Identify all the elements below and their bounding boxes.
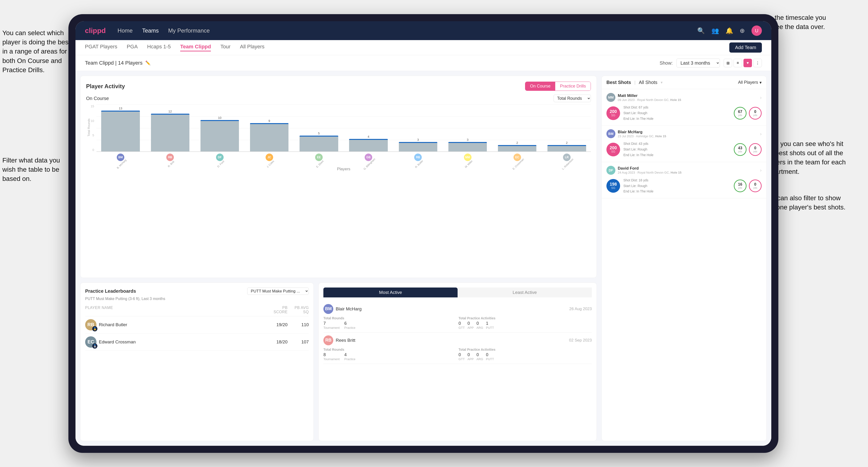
tab-all-players[interactable]: All Players xyxy=(240,44,265,52)
bar-top-line xyxy=(101,111,140,112)
bar xyxy=(448,142,487,151)
settings-view-button[interactable]: ⋮ xyxy=(753,59,762,67)
bar-group: 9 xyxy=(245,104,293,151)
user-avatar[interactable]: U xyxy=(751,26,762,36)
best-shots-tabs: Best Shots | All Shots ▾ xyxy=(607,80,662,85)
bar-chart-container: 13 12 10 9 5 4 3 3 xyxy=(96,104,591,172)
shot-avatar: BM xyxy=(607,129,615,138)
shot-card: BM Blair McHarg 23 Jul 2023 · Ashridge G… xyxy=(602,125,766,162)
bar-value: 3 xyxy=(417,138,419,142)
team-name-text: Team Clippd | 14 Players xyxy=(85,60,143,66)
bar xyxy=(349,139,388,151)
metric-unit: yds xyxy=(753,150,757,153)
best-shots-tab[interactable]: Best Shots xyxy=(607,80,631,85)
practice-table-header: PLAYER NAME PB SCORE PB AVG SQ xyxy=(85,304,309,316)
player-name: Richard Butler xyxy=(99,322,266,328)
least-active-tab[interactable]: Least Active xyxy=(458,287,592,298)
list-view-button[interactable]: ≡ xyxy=(734,59,742,67)
navbar-icons: 🔍 👥 🔔 ⊕ U xyxy=(697,26,762,36)
shot-chevron-icon[interactable]: › xyxy=(760,131,762,136)
most-active-panel: Most Active Least Active BM Blair McHarg… xyxy=(318,283,597,441)
putt-stat: 0 PUTT xyxy=(486,352,494,361)
edit-icon[interactable]: ✏️ xyxy=(145,60,151,66)
bars-row: 13 12 10 9 5 4 3 3 xyxy=(96,104,591,152)
arg-val: 0 xyxy=(476,352,483,357)
shot-metrics: 43 yds 0 yds xyxy=(734,143,762,156)
bar-top-line xyxy=(498,145,536,146)
annotation-filter: Filter what data you wish the table to b… xyxy=(2,156,66,184)
nav-teams[interactable]: Teams xyxy=(142,27,159,34)
arg-val: 0 xyxy=(476,321,483,326)
bottom-left-panels: Practice Leaderboards PUTT Must Make Put… xyxy=(80,283,597,441)
avatar-small: BM B. McHarg xyxy=(96,154,145,166)
gtt-val: 0 xyxy=(459,321,465,326)
shot-chevron-icon[interactable]: › xyxy=(760,95,762,100)
metric-circle-pink: 0 yds xyxy=(749,143,762,156)
bar xyxy=(548,145,586,151)
player-name: Edward Crossman xyxy=(99,339,266,345)
on-course-toggle[interactable]: On Course xyxy=(525,82,555,91)
chart-section-label: On Course xyxy=(86,96,109,101)
heart-view-button[interactable]: ♥ xyxy=(743,59,752,67)
timescale-select[interactable]: Last 3 months xyxy=(677,59,720,67)
grid-view-button[interactable]: ⊞ xyxy=(724,59,732,67)
y-label-5: 5 xyxy=(92,133,94,137)
bar-value: 2 xyxy=(516,141,518,145)
chart-filter-select[interactable]: Total Rounds xyxy=(554,95,591,102)
bell-icon[interactable]: 🔔 xyxy=(725,27,733,34)
most-active-tab[interactable]: Most Active xyxy=(323,287,458,298)
practice-row: RB 🥇 Richard Butler 19/20 110 xyxy=(85,316,309,334)
putt-label: PUTT xyxy=(486,326,494,330)
practice-player-avatar: EC 🥈 xyxy=(85,336,96,348)
team-header: Team Clippd | 14 Players ✏️ Show: Last 3… xyxy=(75,55,771,71)
shot-player-header: BM Blair McHarg 23 Jul 2023 · Ashridge G… xyxy=(607,129,762,138)
metric-circle-pink: 0 yds xyxy=(749,107,762,120)
course-toggle: On Course Practice Drills xyxy=(525,82,591,91)
active-avatar: RB xyxy=(323,335,333,345)
practice-filter-select[interactable]: PUTT Must Make Putting ... xyxy=(247,287,309,295)
shot-player-name: Matt Miller xyxy=(618,93,757,98)
pb-avg: 107 xyxy=(290,339,309,345)
putt-val: 0 xyxy=(486,352,494,357)
active-stats: Total Rounds 7 Tournament 6 xyxy=(323,316,592,330)
nav-my-performance[interactable]: My Performance xyxy=(168,27,210,34)
practice-activities-section: Total Practice Activities 0 GTT 0 xyxy=(459,316,592,330)
dropdown-arrow: ▾ xyxy=(661,80,662,85)
subnav: PGAT Players PGA Hcaps 1-5 Team Clippd T… xyxy=(75,40,771,55)
tab-pga[interactable]: PGA xyxy=(127,44,137,52)
bar-group: 5 xyxy=(295,104,343,151)
total-rounds-section: Total Rounds 8 Tournament 4 xyxy=(323,348,457,361)
tab-hcaps[interactable]: Hcaps 1-5 xyxy=(147,44,171,52)
putt-stat: 1 PUTT xyxy=(486,321,494,330)
avatar-small: DF D. Ford xyxy=(195,154,244,166)
shot-chevron-icon[interactable]: › xyxy=(760,167,762,173)
tablet-frame: clippd Home Teams My Performance 🔍 👥 🔔 ⊕… xyxy=(68,14,778,453)
rank-badge: 🥇 xyxy=(92,326,97,331)
all-players-filter[interactable]: All Players ▾ xyxy=(738,80,762,85)
avatar-small: EE E. Ebert xyxy=(295,154,343,166)
arg-stat: 0 ARG xyxy=(476,321,483,330)
bar-top-line xyxy=(151,114,189,115)
shot-badge: 200 SG xyxy=(607,106,620,120)
search-icon[interactable]: 🔍 xyxy=(697,27,705,34)
gtt-val: 0 xyxy=(459,352,465,357)
bar-value: 13 xyxy=(119,106,122,110)
tab-team-clippd[interactable]: Team Clippd xyxy=(180,44,211,52)
people-icon[interactable]: 👥 xyxy=(711,27,719,34)
tab-tour[interactable]: Tour xyxy=(220,44,230,52)
tournament-val: 8 xyxy=(323,352,340,357)
add-team-button[interactable]: Add Team xyxy=(729,42,762,53)
shot-badge: 200 SG xyxy=(607,143,620,156)
plus-circle-icon[interactable]: ⊕ xyxy=(740,27,745,34)
nav-home[interactable]: Home xyxy=(118,27,132,34)
practice-drills-toggle[interactable]: Practice Drills xyxy=(555,82,591,91)
tab-pgat-players[interactable]: PGAT Players xyxy=(85,44,117,52)
all-shots-tab[interactable]: All Shots xyxy=(639,80,657,85)
metric-val: 0 xyxy=(754,110,756,114)
metric-val: 67 xyxy=(738,110,742,114)
pb-avg: 110 xyxy=(290,322,309,328)
bar-top-line xyxy=(448,142,487,143)
tournament-label: Tournament xyxy=(323,357,340,361)
bar xyxy=(250,123,288,151)
shot-player-name: Blair McHarg xyxy=(618,130,757,134)
